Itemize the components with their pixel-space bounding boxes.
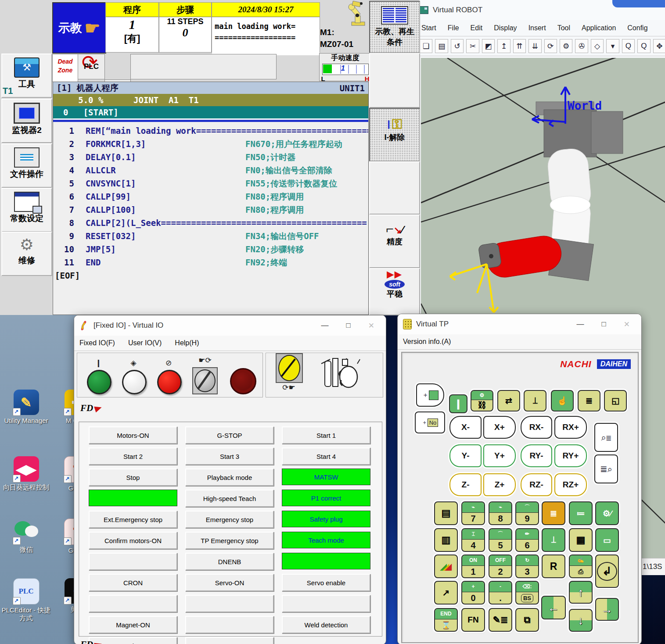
jog-rx-minus-key[interactable]: RX- [521,416,552,439]
mode-rotary-switch[interactable] [192,367,218,394]
fio-button[interactable] [185,616,274,633]
cut-icon[interactable]: ✂ [466,39,479,53]
shift-window-key[interactable]: ≔ [569,501,593,525]
undo-icon[interactable]: ↺ [451,39,464,53]
coordinate-key[interactable]: ⟘ [524,390,546,411]
synchro-key[interactable]: ⇄ [497,390,520,411]
robot-select-key[interactable]: ⚙⛓ [471,390,493,411]
fio-button[interactable]: P1 correct [282,490,370,506]
clipboard-key[interactable]: ⧉ [515,608,539,632]
fio-button[interactable]: MATSW [282,469,370,485]
num4-key[interactable]: ⌶4 [461,528,485,552]
program-line[interactable]: 8CALLP[2](L_Seek========================… [53,216,368,229]
program-line[interactable]: 4ALLCLR FN0;输出信号全部清除 [53,164,368,177]
program-line[interactable]: 10JMP[5] FN20;步骤转移 [53,243,368,256]
unit-key[interactable]: ▤ [434,501,458,525]
red-pushbutton[interactable] [157,370,182,394]
check-go-key[interactable]: ⌕≣ [594,423,618,452]
desktop-icon[interactable]: ◀▶ ↗ 向日葵远程控制 [1,456,51,491]
fio-button[interactable]: Teach mode [282,532,370,548]
fio-button[interactable] [89,553,177,570]
sidebar-item-monitor2[interactable]: 监视器2 [1,99,52,143]
interpolation-key[interactable]: ↗ [434,581,458,605]
jog-ry-plus-key[interactable]: RY+ [554,444,587,467]
open-icon[interactable]: ❏ [420,39,432,53]
io-monitor-key[interactable]: ▭ [595,528,619,552]
interference-release-button[interactable]: Ⅰ⚿ I-解除 [369,108,420,161]
r-key[interactable]: R [542,555,565,578]
fio-button[interactable]: Servo enable [282,574,370,591]
fio-button[interactable]: TP Emergency stop [185,532,274,549]
jog-y-minus-key[interactable]: Y- [449,444,482,467]
end-key[interactable]: END⌛ [434,608,458,632]
menu-item[interactable]: File [448,24,459,32]
menu-item[interactable]: Config [627,24,647,32]
menu-item[interactable]: Tool [557,24,570,32]
unit2-key[interactable]: ▥ [434,528,458,552]
zoom-window-icon[interactable]: Q [622,39,635,53]
blank-button-2[interactable] [369,161,420,215]
program-line[interactable]: 5CNVSYNC[1] FN55;传送带计数器复位 [53,177,368,190]
check-back-key[interactable]: ≣⌕ [594,454,618,483]
screen-switch-key[interactable]: ◱ [604,390,627,411]
menu-item[interactable]: Application [582,24,616,32]
cursor-left-key[interactable]: ← [541,596,566,619]
fio-button[interactable]: Ext.Emergency stop [89,511,177,528]
program-line[interactable]: 2FORKMCR[1,3] FN670;用户任务程序起动 [53,137,368,150]
view-dropdown-icon[interactable]: ▾ [606,39,619,53]
insert-model-icon[interactable]: ◩ [482,39,495,53]
program-line[interactable]: 6CALLP[99] FN80;程序调用 [53,190,368,203]
cursor-up-key[interactable]: ↑ [569,581,593,604]
sidebar-item-file-operations[interactable]: 文件操作 [1,143,52,188]
teach-playback-condition-button[interactable]: 示教、再生 条件 [369,1,420,53]
check-speed-key[interactable]: ☝ [551,390,574,411]
desktop-icon[interactable]: PLC ↗ PLCEditor - 快捷方式 [1,578,51,622]
jog-rx-plus-key[interactable]: RX+ [554,416,587,439]
num8-key[interactable]: ⌁8 [489,501,512,525]
white-pushbutton[interactable] [122,370,147,394]
menu-item[interactable]: Start [421,24,436,32]
fio-button[interactable]: Weld detection [282,616,370,633]
coordinate-jump-key[interactable]: ⟘ [542,528,565,552]
view-mode-icon[interactable]: ◇ [591,39,604,53]
fio-button[interactable]: Playback mode [185,469,274,486]
menu-item[interactable]: Edit [471,24,483,32]
program-line[interactable]: 11END FN92;终端 [53,256,368,269]
jog-y-plus-key[interactable]: Y+ [483,444,516,467]
enter-key[interactable]: ↲ [595,555,619,588]
jog-rz-minus-key[interactable]: RZ- [521,473,552,496]
save-icon[interactable]: ▤ [435,39,448,53]
fio-button[interactable]: Start 2 [89,447,177,465]
green-pushbutton[interactable] [87,370,111,394]
jog-x-plus-key[interactable]: X+ [483,416,516,439]
fio-button[interactable]: Motors-ON [89,426,177,444]
num3-key[interactable]: ↻3 [515,555,539,578]
fio-button[interactable]: High-speed Teach [185,490,274,507]
emergency-stop-button[interactable] [230,368,256,394]
sidebar-item-constant-settings[interactable]: 常数设定 [1,188,52,232]
fio-button[interactable]: Start 3 [185,447,274,465]
fio-button[interactable] [89,595,177,612]
fio-button[interactable]: Confirm motors-ON [89,532,177,549]
transform-icon[interactable]: ⟳ [544,39,557,53]
num9-key[interactable]: ⌒9 [515,501,539,525]
zoom-in-out-icon[interactable]: Q [637,39,650,53]
program-list-key[interactable]: ≣ [578,390,600,411]
map-key[interactable]: ▦ [569,528,593,552]
maximize-button[interactable]: □ [346,321,350,330]
fio-button[interactable]: Safety plug [282,511,370,527]
fio-button[interactable]: Emergency stop [185,511,274,528]
menu-item[interactable]: Display [494,24,517,32]
enable-key[interactable]: ❙ [449,394,467,413]
program-line[interactable]: 1REM[“main loading work=================… [53,124,368,137]
jog-ry-minus-key[interactable]: RY- [521,444,552,467]
num5-key[interactable]: ⌒5 [489,528,512,552]
edit-key[interactable]: ✎≣ [489,608,512,632]
fio-button[interactable] [185,595,274,612]
robot-jog-icon[interactable]: ⚙ [560,39,572,53]
desktop-icon[interactable]: ✎ ↗ Utility Manager [1,390,51,425]
blank-button-1[interactable] [369,53,420,108]
fio-button[interactable] [282,595,370,612]
fio-button[interactable]: G-STOP [185,426,274,444]
screen-add-key[interactable]: ＋ [416,383,444,407]
